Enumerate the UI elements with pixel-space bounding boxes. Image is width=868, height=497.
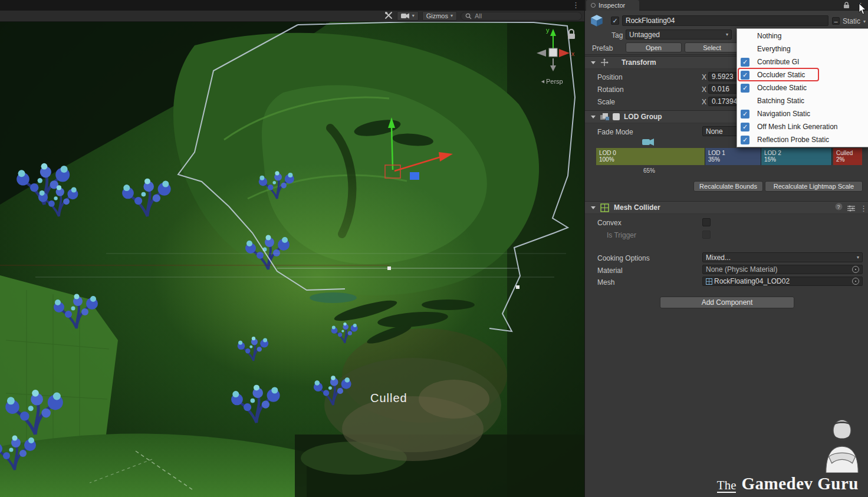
search-icon — [465, 13, 472, 19]
checkbox-checked-icon[interactable] — [741, 110, 749, 119]
inspector-lock-icon[interactable] — [843, 2, 850, 11]
material-object-field[interactable]: None (Physic Material) — [702, 265, 863, 274]
menu-item-occludee-static[interactable]: Occludee Static — [737, 81, 868, 94]
gizmos-label: Gizmos — [426, 12, 448, 19]
scene-kebab-menu-icon[interactable]: ⋮ — [572, 1, 580, 9]
lod-camera-icon[interactable] — [642, 137, 655, 148]
convex-checkbox[interactable] — [702, 218, 711, 226]
scene-viewport[interactable]: y x ◄ Persp — [0, 22, 584, 497]
scene-render: y x ◄ Persp — [0, 22, 584, 497]
static-flags-menu: Nothing Everything Contribute GI Occlude… — [737, 28, 868, 147]
camera-view-button[interactable]: ▾ — [397, 11, 419, 21]
inspector-tab-label: Inspector — [599, 2, 625, 9]
component-kebab-menu-icon[interactable]: ⋮ — [860, 204, 867, 213]
static-mixed-checkbox[interactable] — [832, 17, 840, 25]
gamedev-guru-mascot — [820, 419, 864, 475]
lod1-segment[interactable]: LOD 1 35% — [705, 148, 761, 165]
scene-search-value: All — [475, 12, 482, 19]
lod1-name: LOD 1 — [708, 150, 761, 156]
mesh-collider-component-header[interactable]: Mesh Collider ? ⋮ — [585, 201, 868, 214]
position-x-axis-label: X — [702, 73, 706, 81]
foldout-arrow-icon[interactable] — [591, 116, 596, 119]
gizmos-dropdown[interactable]: Gizmos ▾ — [422, 11, 457, 21]
prefab-open-button[interactable]: Open — [626, 42, 682, 52]
object-picker-icon[interactable] — [852, 278, 859, 285]
lod-camera-percent: 65% — [643, 167, 655, 174]
checkbox-empty — [741, 32, 749, 41]
chevron-down-icon: ▾ — [857, 255, 859, 260]
mesh-object-field[interactable]: RockFloating04_LOD02 — [702, 277, 863, 286]
logo-brand: Gamedev Guru — [741, 474, 859, 493]
lod0-percent: 100% — [599, 156, 705, 163]
tag-label: Tag — [611, 31, 623, 40]
object-name-field[interactable] — [622, 15, 828, 26]
scene-tools-icon[interactable] — [384, 11, 393, 21]
culled-name: Culled — [836, 150, 862, 156]
fade-mode-value: None — [706, 127, 723, 136]
is-trigger-checkbox[interactable] — [702, 231, 711, 239]
cooking-options-dropdown[interactable]: Mixed... ▾ — [702, 252, 863, 262]
object-picker-icon[interactable] — [852, 266, 859, 273]
add-component-button[interactable]: Add Component — [660, 297, 794, 308]
prefab-select-button[interactable]: Select — [685, 42, 739, 52]
menu-item-label: Everything — [757, 45, 791, 53]
presets-icon[interactable] — [847, 205, 855, 213]
checkbox-checked-icon[interactable] — [741, 136, 749, 144]
mouse-cursor — [859, 4, 867, 17]
menu-item-everything[interactable]: Everything — [737, 42, 868, 55]
convex-label: Convex — [597, 219, 622, 227]
chevron-down-icon: ▾ — [412, 14, 415, 18]
transform-title: Transform — [622, 58, 656, 67]
lod1-percent: 35% — [708, 156, 761, 163]
persp-label[interactable]: Persp — [546, 78, 563, 85]
rotation-label: Rotation — [597, 85, 624, 94]
scale-x-axis-label: X — [702, 98, 706, 106]
menu-item-off-mesh-link[interactable]: Off Mesh Link Generation — [737, 120, 868, 133]
menu-item-label: Contribute GI — [757, 58, 799, 66]
active-checkbox[interactable] — [611, 17, 619, 25]
menu-item-label: Off Mesh Link Generation — [757, 123, 838, 131]
recalculate-lightmap-button[interactable]: Recalculate Lightmap Scale — [765, 181, 863, 192]
static-label[interactable]: Static — [843, 17, 860, 25]
tab-inspector[interactable]: Inspector — [586, 0, 639, 11]
menu-item-label: Reflection Probe Static — [757, 136, 829, 144]
tag-value: Untagged — [629, 31, 660, 39]
lod-group-icon — [600, 113, 610, 121]
rotation-x-axis-label: X — [702, 85, 706, 94]
help-icon[interactable]: ? — [835, 203, 843, 212]
static-dropdown-caret-icon[interactable]: ▾ — [863, 19, 866, 24]
checkbox-checked-icon[interactable] — [741, 84, 749, 93]
svg-text:?: ? — [837, 204, 840, 210]
foldout-arrow-icon[interactable] — [591, 61, 596, 64]
menu-item-contribute-gi[interactable]: Contribute GI — [737, 55, 868, 68]
scale-label: Scale — [597, 98, 615, 106]
culled-segment[interactable]: Culled 2% — [833, 148, 862, 165]
foldout-arrow-icon[interactable] — [591, 206, 596, 209]
recalculate-bounds-button[interactable]: Recalculate Bounds — [693, 181, 763, 192]
lod-group-badge-icon — [613, 113, 620, 120]
mesh-icon — [706, 278, 712, 285]
lod0-name: LOD 0 — [599, 150, 705, 156]
checkbox-checked-icon[interactable] — [741, 71, 749, 80]
mesh-collider-title: Mesh Collider — [614, 203, 660, 212]
lod0-segment[interactable]: LOD 0 100% — [596, 148, 705, 165]
checkbox-checked-icon[interactable] — [741, 58, 749, 67]
menu-item-reflection-probe[interactable]: Reflection Probe Static — [737, 133, 868, 146]
inspector-panel: Inspector ⋮ Static ▾ Tag Untagged ▾ Pref… — [584, 0, 868, 497]
mesh-collider-icon — [600, 203, 609, 212]
tag-dropdown[interactable]: Untagged ▾ — [626, 29, 732, 40]
menu-item-occluder-static[interactable]: Occluder Static — [737, 68, 868, 81]
unity-editor: ⋮ ▾ Gizmos ▾ All — [0, 0, 868, 497]
menu-item-nothing[interactable]: Nothing — [737, 29, 868, 42]
scene-search-field[interactable]: All — [461, 12, 582, 21]
menu-item-batching-static[interactable]: Batching Static — [737, 94, 868, 107]
menu-item-navigation-static[interactable]: Navigation Static — [737, 107, 868, 120]
checkbox-checked-icon[interactable] — [741, 123, 749, 131]
cooking-options-label: Cooking Options — [597, 254, 650, 262]
scene-tab-strip: ⋮ — [0, 0, 584, 11]
lod2-segment[interactable]: LOD 2 15% — [761, 148, 832, 165]
menu-item-label: Occluder Static — [757, 71, 805, 79]
lod-bar[interactable]: LOD 0 100% LOD 1 35% LOD 2 15% Culled 2% — [596, 148, 863, 165]
menu-item-label: Batching Static — [757, 97, 804, 105]
scene-view: ⋮ ▾ Gizmos ▾ All — [0, 0, 584, 497]
